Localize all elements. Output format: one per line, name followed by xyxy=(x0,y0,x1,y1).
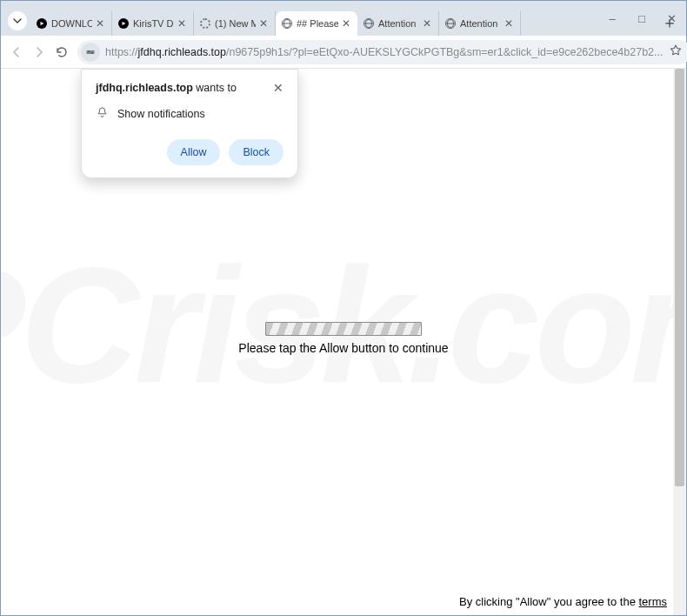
tab-close-button[interactable]: ✕ xyxy=(177,17,188,30)
bookmark-button[interactable] xyxy=(669,44,683,60)
forward-button[interactable] xyxy=(32,43,46,62)
globe-icon xyxy=(281,17,293,30)
tab-dropdown-button[interactable] xyxy=(8,11,27,30)
permission-capability: Show notifications xyxy=(117,108,205,120)
tab-title: KirisTV Do xyxy=(133,18,174,29)
url-rest: /n9675p9h1s/?pl=eEtQxo-AUEKSLYGCkPGTBg&s… xyxy=(226,46,664,58)
back-button[interactable] xyxy=(10,43,23,62)
tab-close-button[interactable]: ✕ xyxy=(504,17,515,30)
tab-strip: DOWNLO ✕ KirisTV Do ✕ (1) New M ✕ ## Ple… xyxy=(1,1,686,36)
tab-newmessage[interactable]: (1) New M ✕ xyxy=(194,11,276,36)
fake-progress-bar xyxy=(265,322,422,336)
reload-icon xyxy=(55,45,69,59)
svg-point-0 xyxy=(88,50,90,51)
consent-footer-text: By clicking "Allow" you agree to the xyxy=(459,595,639,608)
notification-permission-dialog: jfdhq.richleads.top wants to ✕ Show noti… xyxy=(81,69,298,178)
tab-title: (1) New M xyxy=(215,18,256,29)
tab-download[interactable]: DOWNLO ✕ xyxy=(30,11,112,36)
tab-close-button[interactable]: ✕ xyxy=(96,17,106,30)
browser-window: DOWNLO ✕ KirisTV Do ✕ (1) New M ✕ ## Ple… xyxy=(0,0,687,616)
block-button[interactable]: Block xyxy=(229,139,283,165)
youtube-icon xyxy=(117,17,130,30)
globe-icon xyxy=(363,17,375,30)
browser-toolbar: https://jfdhq.richleads.top/n9675p9h1s/?… xyxy=(1,36,686,69)
tab-attention-1[interactable]: Attention ✕ xyxy=(357,11,439,36)
permission-site: jfdhq.richleads.top xyxy=(96,82,193,94)
window-controls: – □ ✕ xyxy=(597,1,686,36)
tabs-container: DOWNLO ✕ KirisTV Do ✕ (1) New M ✕ ## Ple… xyxy=(30,11,658,36)
url-text: https://jfdhq.richleads.top/n9675p9h1s/?… xyxy=(105,46,664,58)
url-scheme: https:// xyxy=(105,46,138,58)
allow-button[interactable]: Allow xyxy=(167,139,221,165)
permission-dialog-title: jfdhq.richleads.top wants to xyxy=(96,82,237,94)
tab-title: Attention xyxy=(460,18,501,29)
tab-title: Attention xyxy=(378,18,419,29)
window-minimize-button[interactable]: – xyxy=(597,1,627,36)
tab-close-button[interactable]: ✕ xyxy=(259,17,270,30)
bell-icon xyxy=(96,106,109,122)
tab-close-button[interactable]: ✕ xyxy=(342,17,352,30)
youtube-icon xyxy=(36,17,48,30)
chevron-down-icon xyxy=(13,17,22,25)
star-icon xyxy=(669,44,683,57)
tab-please[interactable]: ## Please ✕ xyxy=(276,11,357,36)
tab-title: ## Please xyxy=(297,18,338,29)
permission-close-button[interactable]: ✕ xyxy=(273,82,283,94)
globe-icon xyxy=(444,17,457,30)
consent-footer: By clicking "Allow" you agree to the ter… xyxy=(459,595,667,608)
tab-close-button[interactable]: ✕ xyxy=(423,17,433,30)
svg-point-1 xyxy=(91,51,93,53)
reload-button[interactable] xyxy=(55,43,69,62)
terms-link[interactable]: terms xyxy=(639,595,668,608)
loading-icon xyxy=(199,17,211,30)
address-bar[interactable]: https://jfdhq.richleads.top/n9675p9h1s/?… xyxy=(77,40,687,64)
tab-title: DOWNLO xyxy=(51,18,92,29)
permission-wants-to: wants to xyxy=(196,82,237,94)
window-maximize-button[interactable]: □ xyxy=(627,1,657,36)
window-close-button[interactable]: ✕ xyxy=(657,1,686,36)
arrow-left-icon xyxy=(10,45,23,59)
tap-allow-message: Please tap the Allow button to continue xyxy=(238,341,448,355)
url-host: jfdhq.richleads.top xyxy=(138,46,226,58)
page-viewport: PCrisk.com Please tap the Allow button t… xyxy=(1,69,686,615)
tab-kiristv[interactable]: KirisTV Do ✕ xyxy=(112,11,194,36)
arrow-right-icon xyxy=(32,45,46,59)
tab-attention-2[interactable]: Attention ✕ xyxy=(439,11,521,36)
site-settings-icon[interactable] xyxy=(81,43,100,62)
